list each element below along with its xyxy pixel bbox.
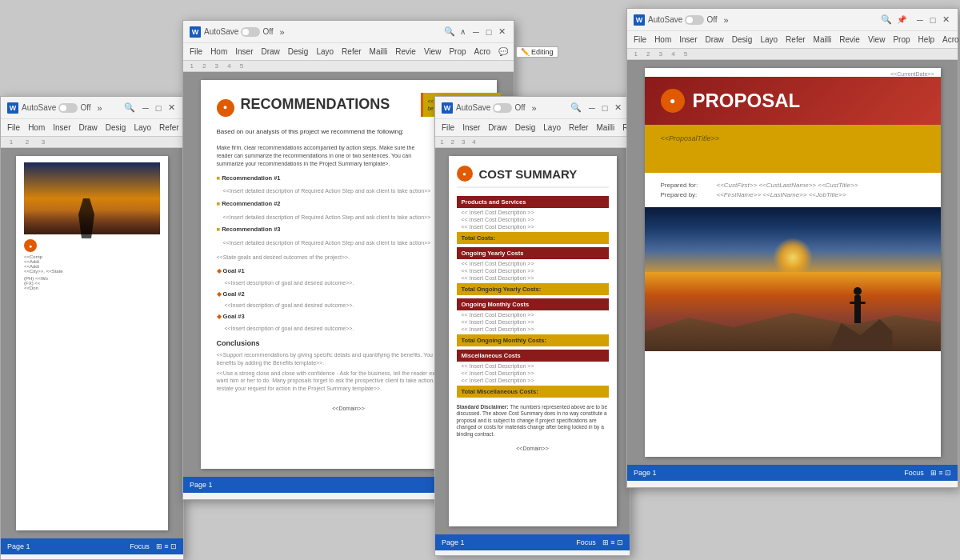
minimize-btn-left[interactable]: ─ bbox=[140, 102, 151, 114]
focus-proposal[interactable]: Focus bbox=[904, 469, 924, 477]
proposal-title: PROPOSAL bbox=[693, 90, 801, 112]
search-icon-cost[interactable]: 🔍 bbox=[570, 102, 582, 113]
ribbon-rec: File Hom Inser Draw Desig Layo Refer Mai… bbox=[183, 43, 514, 61]
ribbon-draw-cost[interactable]: Draw bbox=[488, 123, 506, 132]
ribbon-home-left[interactable]: Hom bbox=[28, 123, 45, 132]
autosave-toggle-rec[interactable] bbox=[241, 27, 260, 37]
address-city: <<City>>, <<State bbox=[24, 269, 160, 274]
comments-btn-rec[interactable]: 💬 bbox=[498, 47, 508, 56]
ribbon-refer-rec[interactable]: Refer bbox=[342, 47, 361, 56]
ribbon-file-cost[interactable]: File bbox=[442, 123, 454, 132]
search-icon-left[interactable]: 🔍 bbox=[124, 102, 135, 113]
minimize-btn-cost[interactable]: ─ bbox=[586, 102, 598, 114]
ribbon-draw-rec[interactable]: Draw bbox=[261, 47, 279, 56]
word-logo-cost: W bbox=[442, 102, 453, 114]
autosave-toggle-left[interactable] bbox=[58, 103, 78, 113]
autosave-toggle-proposal[interactable] bbox=[685, 15, 704, 25]
ribbon-design-left[interactable]: Desig bbox=[106, 123, 126, 132]
ribbon-mail-cost[interactable]: Mailli bbox=[596, 123, 614, 132]
ribbon-acro-rec[interactable]: Acro bbox=[474, 47, 491, 56]
ribbon-layo-cost[interactable]: Layo bbox=[543, 123, 561, 132]
ribbon-cost: File Inser Draw Desig Layo Refer Mailli … bbox=[435, 119, 630, 137]
ribbon-view-rec[interactable]: View bbox=[424, 47, 442, 56]
person-silhouette bbox=[854, 295, 861, 323]
ribbon-home-proposal[interactable]: Hom bbox=[654, 35, 671, 44]
maximize-btn-proposal[interactable]: □ bbox=[927, 14, 938, 26]
search-icon-proposal[interactable]: 🔍 bbox=[881, 14, 892, 25]
search-icon-rec[interactable]: 🔍 bbox=[444, 26, 455, 37]
close-btn-proposal[interactable]: ✕ bbox=[940, 14, 951, 26]
ribbon-acro-proposal[interactable]: Acro bbox=[942, 35, 959, 44]
cost-item-m3: << Insert Cost Description >> bbox=[457, 326, 609, 333]
maximize-btn-left[interactable]: □ bbox=[153, 102, 164, 114]
title-bar-cost: W AutoSave Off » 🔍 ─ □ ✕ bbox=[435, 97, 630, 119]
ribbon-view-proposal[interactable]: View bbox=[868, 35, 886, 44]
ribbon-desig-cost[interactable]: Desig bbox=[515, 123, 536, 132]
word-logo-rec: W bbox=[190, 26, 201, 38]
autosave-toggle-cost[interactable] bbox=[493, 103, 512, 113]
ribbon-file-left[interactable]: File bbox=[7, 123, 20, 132]
ribbon-inser-cost[interactable]: Inser bbox=[462, 123, 480, 132]
ribbon-refer-cost[interactable]: Refer bbox=[569, 123, 588, 132]
ribbon-draw-left[interactable]: Draw bbox=[78, 123, 97, 132]
ribbon-review-rec[interactable]: Revie bbox=[395, 47, 416, 56]
ribbon-review-proposal[interactable]: Revie bbox=[839, 35, 860, 44]
ribbon-mail-proposal[interactable]: Mailli bbox=[814, 35, 832, 44]
title-bar-left: W AutoSave Off » 🔍 ─ □ ✕ bbox=[1, 97, 183, 119]
doc-page-cost: ● COST SUMMARY Products and Services << … bbox=[449, 156, 617, 526]
ribbon-insert-rec[interactable]: Inser bbox=[235, 47, 253, 56]
cost-item-y3: << Insert Cost Description >> bbox=[457, 274, 609, 282]
more-btn-cost[interactable]: » bbox=[532, 103, 537, 113]
maximize-btn-rec[interactable]: □ bbox=[483, 26, 494, 38]
ribbon-design-rec[interactable]: Desig bbox=[288, 47, 309, 56]
ribbon-layout-rec[interactable]: Layo bbox=[316, 47, 334, 56]
ribbon-expand-rec[interactable]: ∧ bbox=[460, 27, 466, 36]
doc-page-proposal: <<CurrentDate>> ● PROPOSAL <<ProposalTit… bbox=[645, 68, 941, 457]
ribbon-refer-left[interactable]: Refer bbox=[159, 123, 178, 132]
cost-title: COST SUMMARY bbox=[479, 167, 578, 181]
more-btn-rec[interactable]: » bbox=[280, 27, 285, 37]
cost-total-monthly: Total Ongoing Monthly Costs: bbox=[457, 334, 609, 346]
autosave-state-left: Off bbox=[80, 103, 90, 112]
cost-logo: ● bbox=[457, 166, 473, 182]
ribbon-pin-proposal[interactable]: 📌 bbox=[897, 15, 906, 24]
ruler-cost: 1 2 3 4 bbox=[435, 137, 630, 148]
more-btn-proposal[interactable]: » bbox=[724, 15, 729, 25]
ribbon-proposal: File Hom Inser Draw Desig Layo Refer Mai… bbox=[627, 31, 958, 49]
maximize-btn-cost[interactable]: □ bbox=[599, 102, 610, 114]
rec-section-title: RECOMMENDATIONS bbox=[241, 94, 390, 114]
close-btn-rec[interactable]: ✕ bbox=[496, 26, 507, 38]
ribbon-file-rec[interactable]: File bbox=[190, 47, 202, 56]
ribbon-help-proposal[interactable]: Help bbox=[918, 35, 935, 44]
ribbon-draw-proposal[interactable]: Draw bbox=[705, 35, 723, 44]
ribbon-refer-proposal[interactable]: Refer bbox=[786, 35, 805, 44]
ribbon-insert-left[interactable]: Inser bbox=[53, 123, 70, 132]
ribbon-layout-left[interactable]: Layo bbox=[134, 123, 151, 132]
window-proposal: W AutoSave Off » 🔍 📌 ─ □ ✕ File Hom Inse… bbox=[626, 8, 958, 488]
focus-cost[interactable]: Focus bbox=[576, 538, 596, 546]
ruler-rec: 1 2 3 4 5 bbox=[183, 61, 514, 72]
ribbon-layout-proposal[interactable]: Layo bbox=[760, 35, 778, 44]
close-btn-left[interactable]: ✕ bbox=[166, 102, 177, 114]
ribbon-file-proposal[interactable]: File bbox=[634, 35, 646, 44]
close-btn-cost[interactable]: ✕ bbox=[612, 102, 623, 114]
ribbon-design-proposal[interactable]: Desig bbox=[732, 35, 753, 44]
minimize-btn-rec[interactable]: ─ bbox=[470, 26, 482, 38]
prepared-by-value: <<FirstName>> <<LastName>> <<JobTitle>> bbox=[717, 191, 846, 198]
cost-item-p3: << Insert Cost Description >> bbox=[457, 223, 609, 230]
ribbon-home-rec[interactable]: Hom bbox=[210, 47, 227, 56]
ribbon-prop-rec[interactable]: Prop bbox=[449, 47, 466, 56]
focus-left[interactable]: Focus bbox=[130, 542, 150, 550]
small-logo-left: ● bbox=[24, 239, 37, 252]
proposal-hero-image bbox=[645, 207, 941, 351]
ribbon-prop-proposal[interactable]: Prop bbox=[893, 35, 910, 44]
editing-btn-rec[interactable]: ✏️ Editing bbox=[516, 46, 558, 58]
more-btn-left[interactable]: » bbox=[98, 103, 102, 113]
minimize-btn-proposal[interactable]: ─ bbox=[914, 14, 926, 26]
ribbon-insert-proposal[interactable]: Inser bbox=[679, 35, 697, 44]
title-bar-rec: W AutoSave Off » 🔍 ∧ ─ □ ✕ bbox=[183, 21, 514, 43]
word-logo-proposal: W bbox=[634, 14, 645, 26]
cost-item-m1: << Insert Cost Description >> bbox=[457, 311, 609, 318]
autosave-state-proposal: Off bbox=[706, 15, 717, 24]
ribbon-mail-rec[interactable]: Mailli bbox=[370, 47, 388, 56]
